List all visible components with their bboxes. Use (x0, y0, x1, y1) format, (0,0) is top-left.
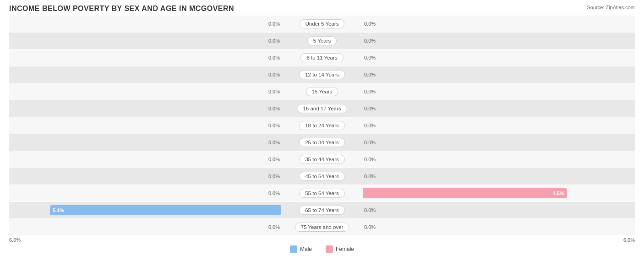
x-axis-row: 6.0% 6.0% (9, 237, 635, 243)
male-value: 0.0% (268, 224, 280, 230)
table-row: 0.0%45 to 54 Years0.0% (9, 168, 635, 185)
age-group-label: 75 Years and over (295, 223, 349, 232)
table-row: 0.0%15 Years0.0% (9, 83, 635, 100)
age-group-label: 35 to 44 Years (299, 155, 345, 164)
female-bar: 4.5% (363, 188, 567, 198)
male-value: 0.0% (268, 89, 280, 94)
female-legend-box (326, 245, 333, 253)
female-value: 0.0% (364, 72, 376, 77)
female-bar-value: 4.5% (553, 191, 567, 196)
bottom-section: 6.0% 6.0% Male Female (9, 237, 635, 253)
axis-left-label: 6.0% (9, 237, 21, 243)
female-value: 0.0% (364, 106, 376, 111)
table-row: 0.0%25 to 34 Years0.0% (9, 134, 635, 151)
age-group-label: 15 Years (306, 87, 338, 96)
male-value: 0.0% (268, 55, 280, 60)
age-group-label: 65 to 74 Years (299, 206, 345, 215)
age-group-label: 6 to 11 Years (300, 53, 343, 62)
table-row: 0.0%5 Years0.0% (9, 33, 635, 49)
male-value: 0.0% (268, 174, 280, 179)
female-value: 0.0% (364, 140, 376, 145)
legend-male: Male (290, 245, 312, 253)
female-value: 0.0% (364, 157, 376, 162)
male-bar: 5.1% (50, 205, 281, 215)
chart-container: INCOME BELOW POVERTY BY SEX AND AGE IN M… (0, 0, 644, 256)
male-legend-box (290, 245, 297, 253)
age-group-label: 55 to 64 Years (299, 189, 345, 198)
table-row: 0.0%16 and 17 Years0.0% (9, 100, 635, 117)
age-group-label: 12 to 14 Years (299, 70, 345, 79)
table-row: 0.0%35 to 44 Years0.0% (9, 151, 635, 168)
male-legend-label: Male (300, 246, 312, 252)
female-value: 0.0% (364, 207, 376, 213)
table-row: 0.0%Under 5 Years0.0% (9, 16, 635, 32)
male-bar-value: 5.1% (50, 207, 64, 213)
male-value: 0.0% (268, 123, 280, 128)
age-group-label: 45 to 54 Years (299, 172, 345, 181)
male-value: 0.0% (268, 38, 280, 44)
age-group-label: 16 and 17 Years (297, 104, 347, 113)
male-value: 0.0% (268, 140, 280, 145)
male-value: 0.0% (268, 72, 280, 77)
source-text: Source: ZipAtlas.com (587, 5, 635, 10)
axis-right-label: 6.0% (623, 237, 635, 243)
table-row: 0.0%75 Years and over0.0% (9, 219, 635, 235)
age-group-label: 18 to 24 Years (299, 121, 345, 130)
female-value: 0.0% (364, 89, 376, 94)
table-row: 0.0%18 to 24 Years0.0% (9, 117, 635, 134)
age-group-label: 25 to 34 Years (299, 138, 345, 147)
female-value: 0.0% (364, 224, 376, 230)
female-legend-label: Female (336, 246, 354, 252)
age-group-label: 5 Years (307, 36, 337, 45)
male-value: 0.0% (268, 157, 280, 162)
table-row: 0.0%55 to 64 Years4.5% (9, 185, 635, 202)
male-value: 0.0% (268, 21, 280, 27)
female-value: 0.0% (364, 21, 376, 27)
table-row: 0.0%6 to 11 Years0.0% (9, 49, 635, 66)
legend: Male Female (290, 245, 354, 253)
female-value: 0.0% (364, 55, 376, 60)
male-value: 0.0% (268, 191, 280, 196)
male-value: 0.0% (268, 106, 280, 111)
table-row: 0.0%12 to 14 Years0.0% (9, 66, 635, 83)
age-group-label: Under 5 Years (300, 19, 345, 28)
female-value: 0.0% (364, 38, 376, 44)
chart-rows-wrapper: 0.0%Under 5 Years0.0%0.0%5 Years0.0%0.0%… (9, 16, 635, 235)
table-row: 5.1%65 to 74 Years0.0% (9, 202, 635, 218)
female-value: 0.0% (364, 123, 376, 128)
female-value: 0.0% (364, 174, 376, 179)
chart-title: INCOME BELOW POVERTY BY SEX AND AGE IN M… (9, 5, 635, 13)
legend-female: Female (326, 245, 354, 253)
